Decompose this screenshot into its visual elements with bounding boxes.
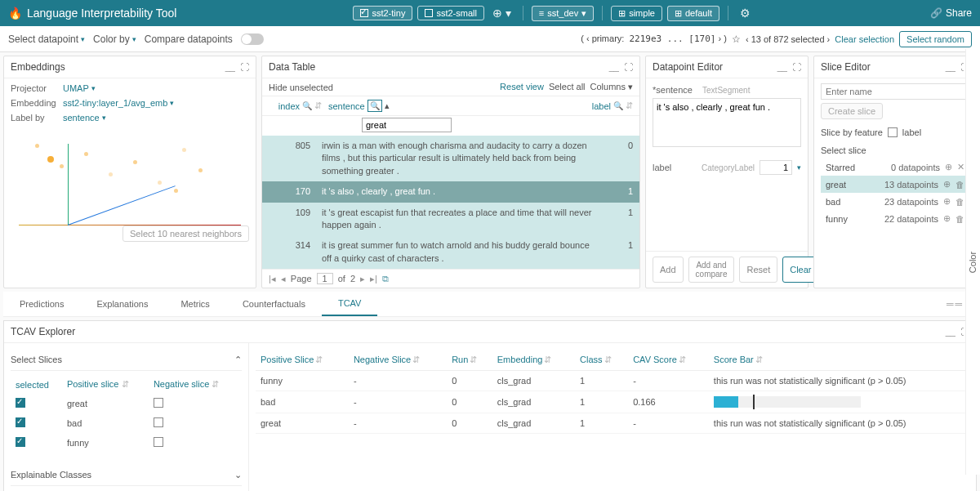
score-bar-header[interactable]: Score Bar⇵: [709, 350, 969, 371]
explainable-classes-accordion[interactable]: Explainable Classes⌄: [11, 465, 242, 486]
copy-icon[interactable]: ⧉: [382, 274, 389, 284]
cav-score-header[interactable]: CAV Score⇵: [628, 350, 709, 371]
tab-metrics[interactable]: Metrics: [164, 292, 225, 315]
minimize-icon[interactable]: __: [777, 62, 787, 72]
trash-icon[interactable]: 🗑: [956, 180, 964, 190]
table-row[interactable]: 314 it is great summer fun to watch arno…: [262, 235, 639, 269]
create-slice-button[interactable]: Create slice: [821, 103, 883, 119]
selected-checkbox[interactable]: [16, 398, 25, 408]
row-sentence: it 's also , clearly , great fun .: [322, 185, 600, 198]
select-random-button[interactable]: Select random: [899, 31, 972, 47]
row-label: 1: [600, 239, 633, 265]
sentence-search-input[interactable]: [362, 118, 452, 132]
select-slices-accordion[interactable]: Select Slices⌃: [11, 350, 242, 371]
fullscreen-icon[interactable]: ⛶: [624, 62, 633, 72]
negative-checkbox[interactable]: [154, 417, 163, 427]
reset-view-button[interactable]: Reset view: [500, 82, 544, 92]
model-chip-sst2-tiny[interactable]: sst2-tiny: [353, 6, 412, 20]
color-by-menu[interactable]: Color by ▾: [93, 33, 136, 45]
trash-icon[interactable]: 🗑: [956, 197, 964, 207]
settings-icon[interactable]: ⚙: [737, 7, 754, 20]
model-chip-sst2-small[interactable]: sst2-small: [417, 6, 484, 20]
score-message: this run was not statistically significa…: [714, 376, 906, 386]
embedding-header[interactable]: Embedding⇵: [492, 350, 575, 371]
compare-toggle[interactable]: [241, 33, 264, 45]
tab-counterfactuals[interactable]: Counterfactuals: [226, 292, 322, 315]
prev-page-icon[interactable]: ◂: [281, 274, 286, 284]
selected-header[interactable]: selected: [12, 376, 62, 393]
checkbox-off-icon: [425, 9, 433, 17]
class-header[interactable]: Class⇵: [575, 350, 628, 371]
tab-predictions[interactable]: Predictions: [3, 292, 80, 315]
slice-name-input[interactable]: [821, 83, 969, 100]
add-icon[interactable]: ⊕: [943, 213, 951, 224]
select-datapoint-menu[interactable]: Select datapoint ▾: [8, 33, 85, 45]
select-nearest-button[interactable]: Select 10 nearest neighbors: [122, 225, 249, 242]
star-icon[interactable]: ☆: [732, 33, 741, 45]
first-page-icon[interactable]: |◂: [269, 274, 276, 284]
sub-bar: Select datapoint ▾ Color by ▾ Compare da…: [0, 26, 980, 52]
projector-label: Projector: [11, 83, 58, 93]
layout-default[interactable]: ⊞ default: [667, 6, 719, 21]
data-table-panel: Data Table __ ⛶ Hide unselected Reset vi…: [261, 56, 640, 288]
sentence-column-header[interactable]: sentence 🔍 ▴: [328, 100, 390, 112]
hide-unselected-label: Hide unselected: [269, 83, 333, 92]
negative-checkbox[interactable]: [154, 398, 163, 408]
slice-row[interactable]: Starred 0 datapoints ⊕ ✕: [821, 158, 969, 176]
labelby-select[interactable]: sentence▾: [63, 113, 106, 123]
slice-row[interactable]: great 13 datapoints ⊕ 🗑: [821, 176, 969, 193]
dataset-chip[interactable]: ≡ sst_dev ▾: [532, 6, 594, 21]
label-dropdown-icon[interactable]: ▾: [797, 163, 801, 172]
negative-checkbox[interactable]: [154, 437, 163, 447]
slice-row[interactable]: bad 23 datapoints ⊕ 🗑: [821, 193, 969, 210]
label-column-header[interactable]: label 🔍 ⇵: [592, 100, 633, 111]
select-all-button[interactable]: Select all: [549, 82, 586, 92]
minimize-icon[interactable]: __: [609, 62, 619, 72]
add-compare-button[interactable]: Add and compare: [688, 257, 735, 283]
positive-slice-header[interactable]: Positive slice ⇵: [64, 376, 149, 393]
sentence-input[interactable]: it 's also , clearly , great fun .: [653, 98, 801, 147]
slice-name: bad: [826, 197, 880, 207]
model-dropdown-icon[interactable]: ⊕ ▾: [489, 7, 514, 20]
slice-name: funny: [64, 434, 149, 452]
slice-row[interactable]: funny 22 datapoints ⊕ 🗑: [821, 210, 969, 227]
index-column-header[interactable]: index 🔍 ⇵: [269, 100, 322, 111]
next-page-icon[interactable]: ▸: [360, 274, 365, 284]
feature-checkbox[interactable]: [888, 127, 898, 137]
embedding-plot[interactable]: Select 10 nearest neighbors: [11, 127, 249, 242]
table-row[interactable]: 805 irwin is a man with enough charisma …: [262, 136, 639, 181]
color-sidebar[interactable]: Color: [965, 49, 980, 475]
label-input[interactable]: [760, 160, 792, 175]
share-button[interactable]: 🔗 Share: [930, 7, 972, 19]
slice-editor-panel: Slice Editor __ ⛶ Create slice Slice by …: [813, 56, 977, 288]
trash-icon[interactable]: 🗑: [956, 214, 964, 224]
table-row[interactable]: 109 it 's great escapist fun that recrea…: [262, 203, 639, 236]
last-page-icon[interactable]: ▸|: [370, 274, 377, 284]
add-icon[interactable]: ⊕: [945, 162, 952, 172]
tab-tcav[interactable]: TCAV: [322, 292, 378, 316]
fullscreen-icon[interactable]: ⛶: [792, 62, 801, 72]
clear-selection-button[interactable]: Clear selection: [835, 34, 894, 44]
minimize-icon[interactable]: __: [946, 327, 956, 337]
add-button[interactable]: Add: [653, 257, 684, 283]
layout-simple[interactable]: ⊞ simple: [611, 6, 662, 21]
pos-slice-header[interactable]: Positive Slice⇵: [256, 350, 349, 371]
negative-slice-header[interactable]: Negative slice ⇵: [150, 376, 240, 393]
fullscreen-icon[interactable]: ⛶: [240, 62, 249, 72]
reset-button[interactable]: Reset: [739, 257, 777, 283]
minimize-icon[interactable]: __: [225, 62, 235, 72]
add-icon[interactable]: ⊕: [943, 179, 951, 190]
table-row[interactable]: 170 it 's also , clearly , great fun . 1: [262, 181, 639, 202]
close-icon[interactable]: ✕: [957, 162, 964, 172]
columns-button[interactable]: Columns ▾: [590, 82, 633, 92]
tab-explanations[interactable]: Explanations: [80, 292, 164, 315]
embedding-select[interactable]: sst2-tiny:layer_1/avg_emb▾: [63, 98, 174, 108]
selected-checkbox[interactable]: [16, 437, 25, 447]
run-header[interactable]: Run⇵: [447, 350, 492, 371]
neg-slice-header[interactable]: Negative Slice⇵: [349, 350, 447, 371]
add-icon[interactable]: ⊕: [943, 196, 951, 207]
minimize-icon[interactable]: __: [946, 62, 956, 72]
selected-checkbox[interactable]: [16, 417, 25, 427]
projector-select[interactable]: UMAP▾: [63, 83, 96, 93]
row-sentence: irwin is a man with enough charisma and …: [322, 140, 600, 177]
